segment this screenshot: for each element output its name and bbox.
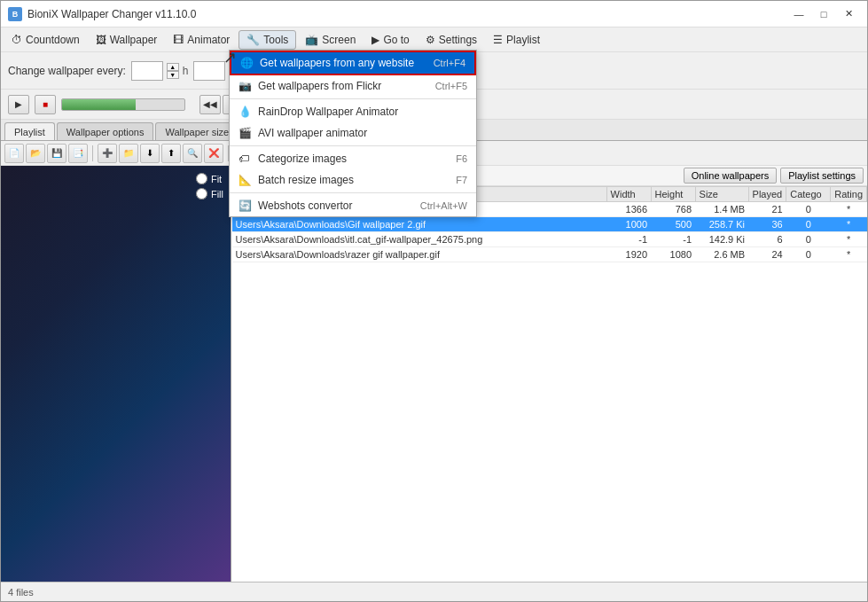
separator1	[92, 145, 93, 161]
cell-played: 6	[748, 232, 786, 247]
fit-radio[interactable]	[196, 173, 207, 184]
cell-size: 1.4 MB	[695, 202, 748, 217]
preview-panel: Fit Fill	[1, 166, 231, 582]
window-title: BioniX Wallpaper Changer v11.10.0	[27, 8, 196, 20]
menu-item-playlist[interactable]: ☰ Playlist	[486, 30, 547, 50]
cell-name: Users\Aksara\Downloads\itl.cat_gif-wallp…	[232, 232, 607, 247]
animator-icon: 🎞	[173, 34, 184, 46]
hours-unit: h	[183, 65, 189, 77]
webshots-label: Webshots convertor	[258, 199, 413, 212]
change-wallpaper-label: Change wallpaper every:	[8, 65, 126, 77]
toolbar-add[interactable]: ➕	[98, 144, 117, 163]
menu-item-countdown[interactable]: ⏱ Countdown	[4, 30, 87, 50]
col-header-size[interactable]: Size	[695, 187, 748, 202]
dropdown-item-get_wallpapers_website[interactable]: 🌐Get wallpapers from any websiteCtrl+F4	[230, 51, 476, 75]
toolbar-save2[interactable]: 📑	[68, 144, 88, 163]
dropdown-item-webshots[interactable]: 🔄Webshots convertorCtrl+Alt+W	[230, 195, 476, 216]
webshots-icon: 🔄	[239, 199, 251, 212]
menu-item-settings[interactable]: ⚙ Settings	[418, 30, 484, 50]
get_wallpapers_website-label: Get wallpapers from any website	[260, 57, 426, 69]
dropdown-item-raindrop[interactable]: 💧RainDrop Wallpaper Animator	[230, 101, 476, 122]
cell-categ: 0	[786, 217, 831, 232]
menu-item-animator[interactable]: 🎞 Animator	[166, 30, 237, 50]
menu-label-goto: Go to	[383, 34, 409, 46]
col-header-categ[interactable]: Catego	[786, 187, 831, 202]
menu-item-wallpaper[interactable]: 🖼 Wallpaper	[89, 30, 165, 50]
categorize-label: Categorize images	[258, 152, 449, 165]
minimize-button[interactable]: —	[787, 5, 810, 23]
online-wallpapers-button[interactable]: Online wallpapers	[684, 168, 777, 184]
hours-input[interactable]: 0	[131, 61, 163, 81]
categorize-icon: 🏷	[239, 152, 251, 165]
fill-radio[interactable]	[196, 188, 207, 199]
get_wallpapers_website-shortcut: Ctrl+F4	[434, 58, 465, 68]
table-row[interactable]: Users\Aksara\Downloads\itl.cat_gif-wallp…	[232, 232, 867, 247]
cell-height: 500	[651, 217, 695, 232]
title-bar: B BioniX Wallpaper Changer v11.10.0 — □ …	[1, 1, 867, 27]
tab-wallpaper-size[interactable]: Wallpaper size	[155, 122, 239, 140]
cell-rating: *	[831, 202, 867, 217]
preview-image	[1, 166, 231, 582]
playlist-table-wrapper: Name Width Height Size	[231, 186, 867, 582]
hours-up[interactable]: ▲	[167, 63, 179, 71]
menu-item-tools[interactable]: 🔧 Tools	[239, 30, 296, 50]
maximize-button[interactable]: □	[812, 5, 835, 23]
menu-separator	[230, 98, 476, 99]
toolbar-new[interactable]: 📄	[4, 144, 24, 163]
wallpaper-icon: 🖼	[96, 34, 106, 46]
app-icon: B	[8, 7, 22, 21]
close-button[interactable]: ✕	[837, 5, 860, 23]
dropdown-item-avi[interactable]: 🎬AVI wallpaper animator	[230, 122, 476, 144]
menu-label-tools: Tools	[263, 34, 288, 46]
col-header-rating[interactable]: Rating	[831, 187, 867, 202]
get_wallpapers_flickr-icon: 📷	[239, 80, 251, 92]
fill-option[interactable]: Fill	[196, 188, 223, 199]
toolbar-save[interactable]: 💾	[47, 144, 66, 163]
get_wallpapers_flickr-shortcut: Ctrl+F5	[435, 81, 467, 91]
progress-bar	[61, 98, 185, 111]
fill-label: Fill	[211, 189, 223, 199]
toolbar-delete[interactable]: ❌	[204, 144, 223, 163]
toolbar-open[interactable]: 📂	[26, 144, 45, 163]
batch_resize-label: Batch resize images	[258, 174, 449, 186]
col-header-width[interactable]: Width	[606, 187, 651, 202]
status-text: 4 files	[8, 587, 34, 598]
tools-dropdown-menu: 🌐Get wallpapers from any websiteCtrl+F4📷…	[229, 50, 477, 217]
cell-width: -1	[606, 232, 651, 247]
menu-item-goto[interactable]: ▶ Go to	[364, 30, 416, 50]
progress-fill	[62, 99, 136, 110]
minutes-input[interactable]: 0	[193, 61, 225, 81]
cell-height: 1080	[651, 247, 695, 262]
goto-icon: ▶	[371, 34, 379, 46]
toolbar-folder[interactable]: 📁	[119, 144, 138, 163]
cell-size: 142.9 Ki	[695, 232, 748, 247]
cell-size: 258.7 Ki	[695, 217, 748, 232]
menu-separator	[230, 145, 476, 146]
col-header-played[interactable]: Played	[748, 187, 786, 202]
dropdown-item-categorize[interactable]: 🏷Categorize imagesF6	[230, 148, 476, 169]
settings-icon: ⚙	[426, 34, 435, 46]
table-row[interactable]: Users\Aksara\Downloads\razer gif wallpap…	[232, 247, 867, 262]
stop-button[interactable]: ■	[35, 95, 56, 114]
table-row[interactable]: Users\Aksara\Downloads\Gif wallpaper 2.g…	[232, 217, 867, 232]
playlist-settings-button[interactable]: Playlist settings	[780, 168, 864, 184]
toolbar-up[interactable]: ⬆	[161, 144, 181, 163]
hours-down[interactable]: ▼	[167, 71, 179, 79]
tab-wallpaper-options[interactable]: Wallpaper options	[57, 122, 154, 140]
prev-button[interactable]: ◀◀	[199, 95, 221, 114]
col-header-height[interactable]: Height	[651, 187, 695, 202]
cell-categ: 0	[786, 202, 831, 217]
cell-rating: *	[831, 217, 867, 232]
toolbar-down[interactable]: ⬇	[140, 144, 160, 163]
dropdown-item-get_wallpapers_flickr[interactable]: 📷Get wallpapers from FlickrCtrl+F5	[230, 75, 476, 97]
toolbar-filter[interactable]: 🔍	[183, 144, 202, 163]
dropdown-item-batch_resize[interactable]: 📐Batch resize imagesF7	[230, 169, 476, 191]
play-button[interactable]: ▶	[8, 95, 29, 114]
status-bar: 4 files	[1, 582, 867, 601]
fit-option[interactable]: Fit	[196, 173, 223, 184]
tab-playlist[interactable]: Playlist	[4, 122, 55, 140]
avi-icon: 🎬	[239, 127, 251, 139]
playlist-panel: Online wallpapers Playlist settings Name…	[231, 166, 867, 582]
menu-item-screen[interactable]: 📺 Screen	[298, 30, 363, 50]
cell-width: 1920	[606, 247, 651, 262]
